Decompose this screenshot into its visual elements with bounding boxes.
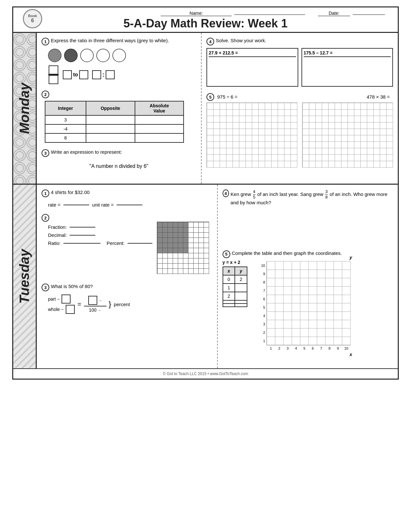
p3-num: 3 xyxy=(42,149,49,157)
grids-container: // Will be generated by JS below xyxy=(206,102,393,168)
ratio-to-box-right[interactable] xyxy=(79,70,88,79)
decimal-label: Decimal: xyxy=(48,232,67,238)
grid-section-2 xyxy=(302,102,393,168)
solve-box-1[interactable]: 27.9 + 212.5 = xyxy=(206,48,298,87)
tuesday-p4: 4 Ken grew 4 5 of an inch last year. San… xyxy=(223,189,393,244)
part-box[interactable] xyxy=(62,295,71,304)
ratio-colon-box-left[interactable] xyxy=(92,70,101,79)
fraction-eq: ← 100 ← xyxy=(84,296,107,313)
circle-dark xyxy=(64,49,78,62)
table-row: -4 xyxy=(45,124,184,133)
whole-row: whole→ xyxy=(48,305,75,314)
ratio-fraction xyxy=(48,65,59,84)
coord-grid-container: 1098765432112345678910 xyxy=(259,260,352,351)
p3-quote: "A number n divided by 6" xyxy=(42,160,196,172)
fraction-blank[interactable] xyxy=(70,227,95,227)
y-val-2[interactable] xyxy=(235,292,247,300)
y-val-extra1[interactable] xyxy=(235,300,247,304)
circle-grey-1 xyxy=(48,49,62,62)
part-label: part→ xyxy=(48,296,60,302)
name-date-row: Name: Date: xyxy=(20,11,391,16)
svg-text:8: 8 xyxy=(329,346,330,350)
opp-val-1[interactable] xyxy=(86,115,135,124)
x-val-extra1[interactable] xyxy=(223,300,235,304)
ken-fraction: 4 5 xyxy=(253,189,255,200)
left-arrow: ← xyxy=(99,298,103,303)
col-absolute: AbsoluteValue xyxy=(135,101,184,115)
rate-blank[interactable] xyxy=(63,205,89,205)
percent-blank[interactable] xyxy=(128,243,152,244)
ratio-colon-row: : xyxy=(92,70,115,79)
tue-p1-text: 4 shirts for $32.00 xyxy=(51,189,90,195)
tue-p5-text: Complete the table and then graph the co… xyxy=(232,250,342,256)
x-axis-label: x xyxy=(259,352,352,357)
percent-word: percent xyxy=(114,302,130,307)
whole-box[interactable] xyxy=(66,305,75,314)
svg-text:1: 1 xyxy=(263,339,265,343)
table-row xyxy=(223,300,247,304)
eq1-label: 27.9 + 212.5 = xyxy=(209,50,296,57)
p3-header: 3 Write an expression to represent: xyxy=(42,149,196,157)
ratio-blank[interactable] xyxy=(63,243,100,244)
abs-val-3[interactable] xyxy=(135,133,184,142)
fraction-grid xyxy=(157,222,209,274)
ratio-fraction-row: to : xyxy=(48,65,196,84)
y-val-extra2[interactable] xyxy=(235,304,247,307)
abs-val-1[interactable] xyxy=(135,115,184,124)
p5-eq2-header: 478 × 38 = xyxy=(367,94,393,100)
coordinate-table: x y 0 2 1 xyxy=(223,266,248,307)
decimal-line: Decimal: xyxy=(48,232,154,238)
eq2-label: 175.5 – 12.7 = xyxy=(304,50,391,57)
date-label: Date: xyxy=(318,11,385,16)
ratio-to-box-left[interactable] xyxy=(63,70,72,79)
p4-num: 4 xyxy=(206,38,214,45)
svg-text:6: 6 xyxy=(263,297,265,301)
tuesday-side-label: Tuesday xyxy=(13,185,36,368)
col-integer: Integer xyxy=(45,101,86,115)
int-val-2: -4 xyxy=(45,124,86,133)
to-word: to xyxy=(73,72,78,78)
ratio-box-top[interactable] xyxy=(49,65,58,74)
x-val-2: 2 xyxy=(223,292,235,300)
svg-text:4: 4 xyxy=(295,346,297,350)
equation-area: y = x + 2 x y 0 xyxy=(223,260,253,307)
book-badge: Book 6 xyxy=(23,9,42,28)
svg-text:6: 6 xyxy=(312,346,314,350)
tuesday-label: Tuesday xyxy=(17,249,32,304)
x-val-extra2[interactable] xyxy=(223,304,235,307)
int-val-1: 3 xyxy=(45,115,86,124)
abs-val-2[interactable] xyxy=(135,124,184,133)
percent-num-box[interactable] xyxy=(88,296,97,305)
opp-val-2[interactable] xyxy=(86,124,135,133)
int-val-3: 8 xyxy=(45,133,86,142)
p4-workspace[interactable] xyxy=(223,205,393,244)
tue-p1-num: 1 xyxy=(42,189,49,197)
tue-p3-header: 3 What is 50% of 80? xyxy=(42,284,212,291)
monday-right: 4 Solve. Show your work. 27.9 + 212.5 = … xyxy=(202,33,398,184)
opp-val-3[interactable] xyxy=(86,133,135,142)
tuesday-section: Tuesday 1 4 shirts for $32.00 rate = xyxy=(13,184,398,368)
monday-p3: 3 Write an expression to represent: "A n… xyxy=(42,149,196,172)
percent-label: Percent: xyxy=(107,240,125,246)
ratio-colon-box-right[interactable] xyxy=(106,70,115,79)
svg-text:2: 2 xyxy=(278,346,280,350)
monday-label: Monday xyxy=(17,83,32,134)
grid-1: // Will be generated by JS below xyxy=(206,102,297,168)
y-val-1[interactable] xyxy=(235,284,247,292)
equals-sign: = xyxy=(78,301,81,308)
solve-box-2[interactable]: 175.5 – 12.7 = xyxy=(301,48,393,87)
rate-label: rate = xyxy=(48,202,61,208)
main-title: 5-A-Day Math Review: Week 1 xyxy=(20,17,391,30)
monday-side-label: Monday xyxy=(13,33,36,184)
svg-text:5: 5 xyxy=(303,346,305,350)
ratio-box-bottom[interactable] xyxy=(49,75,58,84)
unit-rate-blank[interactable] xyxy=(117,205,142,205)
col-opposite: Opposite xyxy=(86,101,135,115)
svg-text:3: 3 xyxy=(263,322,265,326)
decimal-blank[interactable] xyxy=(70,235,95,236)
ratio-label: Ratio: xyxy=(48,240,61,246)
tuesday-right: 4 Ken grew 4 5 of an inch last year. San… xyxy=(218,185,398,368)
p1-num: 1 xyxy=(42,38,49,45)
tue-p4-text: Ken grew 4 5 of an inch last year. Sang … xyxy=(231,189,393,205)
fraction-line: Fraction: xyxy=(48,224,154,230)
